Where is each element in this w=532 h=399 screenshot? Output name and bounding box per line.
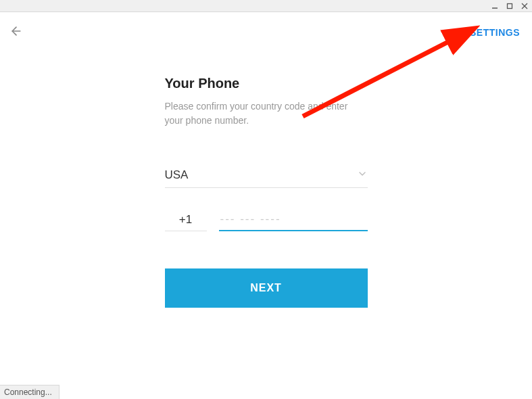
arrow-left-icon [9, 24, 23, 38]
dial-code-input[interactable] [165, 209, 207, 231]
chevron-down-icon [357, 168, 368, 182]
window-titlebar [0, 0, 532, 12]
status-bar: Connecting... [0, 385, 59, 399]
next-button[interactable]: NEXT [165, 268, 368, 308]
country-name: USA [165, 168, 189, 182]
maximize-button[interactable] [505, 1, 514, 11]
close-button[interactable] [520, 1, 529, 11]
phone-number-input[interactable] [219, 208, 368, 231]
phone-row [165, 208, 368, 231]
page-title: Your Phone [165, 76, 368, 91]
country-select[interactable]: USA [165, 168, 368, 188]
minimize-button[interactable] [490, 1, 500, 11]
page-subtitle: Please confirm your country code and ent… [165, 99, 368, 128]
header: SETTINGS [0, 12, 532, 42]
settings-link[interactable]: SETTINGS [470, 27, 520, 38]
status-text: Connecting... [4, 388, 52, 397]
back-button[interactable] [8, 23, 24, 39]
svg-rect-1 [508, 3, 512, 8]
login-form: Your Phone Please confirm your country c… [165, 76, 368, 308]
